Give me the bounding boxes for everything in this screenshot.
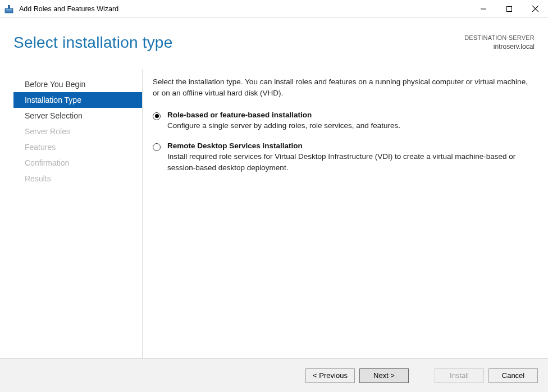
step-installation-type[interactable]: Installation Type (13, 92, 142, 108)
cancel-button[interactable]: Cancel (488, 368, 538, 383)
option-role-based-desc: Configure a single server by adding role… (167, 120, 536, 131)
radio-remote-desktop[interactable] (153, 143, 161, 151)
destination-server-block: DESTINATION SERVER introserv.local (464, 34, 535, 52)
option-role-based[interactable]: Role-based or feature-based installation… (153, 111, 536, 131)
wizard-steps-sidebar: Before You Begin Installation Type Serve… (13, 70, 143, 358)
titlebar: Add Roles and Features Wizard (0, 0, 548, 18)
option-remote-desktop[interactable]: Remote Desktop Services installation Ins… (153, 142, 536, 174)
step-results: Results (13, 171, 142, 186)
svg-rect-1 (8, 5, 10, 8)
wizard-footer: < Previous Next > Install Cancel (0, 358, 548, 392)
step-features: Features (13, 139, 142, 155)
step-server-roles: Server Roles (13, 124, 142, 139)
next-button[interactable]: Next > (359, 368, 409, 383)
destination-server-value: introserv.local (464, 42, 535, 52)
page-title: Select installation type (13, 34, 464, 52)
server-manager-icon (4, 4, 15, 14)
step-server-selection[interactable]: Server Selection (13, 108, 142, 124)
radio-role-based[interactable] (153, 112, 161, 120)
previous-button[interactable]: < Previous (305, 368, 355, 383)
intro-text: Select the installation type. You can in… (153, 76, 536, 99)
step-confirmation: Confirmation (13, 155, 142, 171)
svg-rect-2 (6, 10, 12, 10)
window-title: Add Roles and Features Wizard (19, 5, 471, 13)
option-role-based-title: Role-based or feature-based installation (167, 111, 536, 119)
svg-rect-5 (507, 6, 512, 11)
minimize-button[interactable] (471, 0, 496, 17)
maximize-button[interactable] (496, 0, 522, 17)
option-remote-desktop-desc: Install required role services for Virtu… (167, 151, 536, 174)
install-button: Install (435, 368, 484, 383)
wizard-header: Select installation type DESTINATION SER… (0, 18, 548, 70)
window-controls (471, 0, 548, 17)
step-before-you-begin[interactable]: Before You Begin (13, 76, 142, 92)
svg-rect-3 (6, 11, 12, 11)
wizard-content: Select the installation type. You can in… (143, 70, 548, 358)
option-remote-desktop-title: Remote Desktop Services installation (167, 142, 536, 150)
close-button[interactable] (522, 0, 548, 17)
destination-server-label: DESTINATION SERVER (464, 34, 535, 42)
